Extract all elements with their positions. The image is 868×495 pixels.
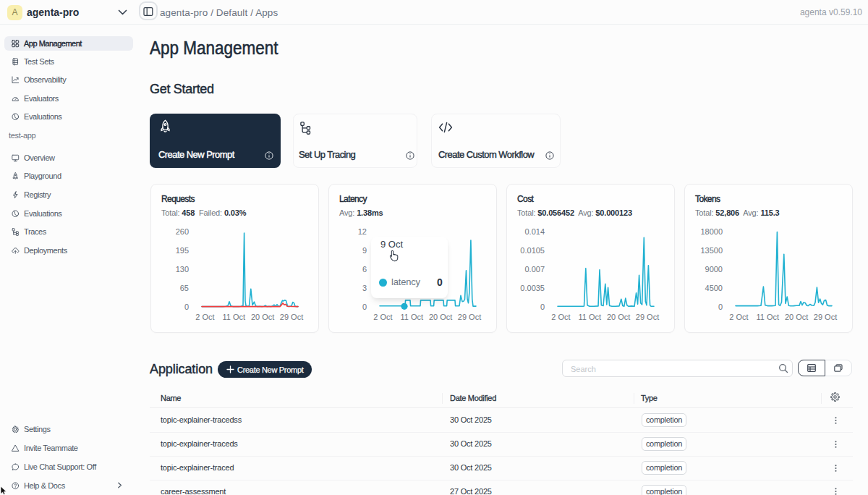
svg-text:0.014: 0.014 <box>524 227 545 236</box>
svg-text:29 Oct: 29 Oct <box>458 313 481 321</box>
svg-text:0.0105: 0.0105 <box>520 246 545 255</box>
svg-text:0: 0 <box>184 302 189 311</box>
svg-text:11 Oct: 11 Oct <box>579 313 602 321</box>
svg-text:29 Oct: 29 Oct <box>636 313 659 321</box>
svg-text:29 Oct: 29 Oct <box>280 313 303 321</box>
svg-text:18000: 18000 <box>700 227 723 236</box>
svg-text:0.007: 0.007 <box>524 265 545 274</box>
svg-text:2 Oct: 2 Oct <box>373 313 392 321</box>
svg-text:13500: 13500 <box>700 246 723 255</box>
svg-text:260: 260 <box>176 227 189 236</box>
svg-text:20 Oct: 20 Oct <box>785 313 808 321</box>
svg-text:4500: 4500 <box>705 284 723 292</box>
svg-text:11 Oct: 11 Oct <box>401 313 424 321</box>
svg-text:9000: 9000 <box>705 265 723 274</box>
svg-text:11 Oct: 11 Oct <box>757 313 780 321</box>
svg-text:6: 6 <box>362 265 367 274</box>
svg-text:20 Oct: 20 Oct <box>251 313 274 321</box>
svg-text:29 Oct: 29 Oct <box>814 313 837 321</box>
svg-text:2 Oct: 2 Oct <box>551 313 570 321</box>
svg-text:0: 0 <box>718 302 723 311</box>
svg-text:65: 65 <box>180 284 189 292</box>
svg-text:12: 12 <box>358 227 367 236</box>
svg-text:20 Oct: 20 Oct <box>607 313 630 321</box>
svg-text:9: 9 <box>362 246 367 255</box>
svg-text:0: 0 <box>540 302 545 311</box>
svg-text:0: 0 <box>362 302 367 311</box>
svg-text:11 Oct: 11 Oct <box>223 313 246 321</box>
svg-text:0.0035: 0.0035 <box>520 284 545 292</box>
svg-text:20 Oct: 20 Oct <box>429 313 452 321</box>
svg-text:130: 130 <box>176 265 189 274</box>
svg-text:2 Oct: 2 Oct <box>195 313 214 321</box>
svg-text:3: 3 <box>362 284 367 292</box>
svg-text:2 Oct: 2 Oct <box>729 313 748 321</box>
svg-text:195: 195 <box>176 246 189 255</box>
